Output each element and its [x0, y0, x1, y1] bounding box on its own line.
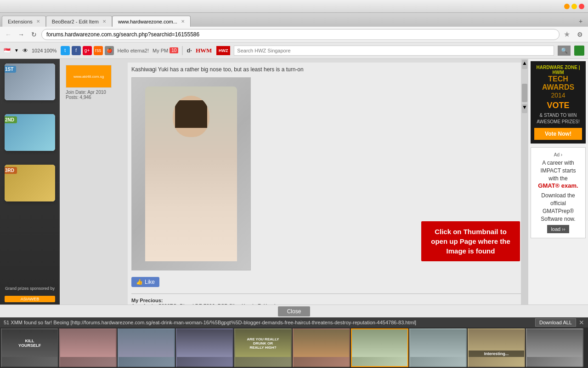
hwz-toolbar: 🇸🇬 ▼ 👁 1024 100% t f g+ rss 🍎 Hello eter… — [0, 42, 588, 59]
thumbnail-strip: KILLYOURSELF ARE YOU REALLYDRUNK ORREALL… — [0, 328, 588, 368]
rss-icon[interactable]: rss — [94, 46, 103, 55]
gmat-download-text: Download the official GMATPrep® Software… — [536, 192, 581, 223]
title-bar — [0, 0, 588, 13]
thumbs-up-icon: 👍 — [136, 279, 143, 285]
tab-hwz-label: www.hardwarezone.com... — [118, 19, 177, 24]
asiaweb-logo: ASIAWEB — [5, 296, 55, 302]
hwm-logo: HWM — [196, 47, 212, 54]
content-area: 1ST 2ND 3RD Grand prizes sponsored by AS… — [0, 59, 588, 305]
gmat-label: GMAT® exam. — [536, 182, 581, 189]
close-button[interactable]: Close — [278, 306, 311, 316]
gmat-download-btn[interactable]: load ›› — [547, 225, 569, 233]
right-sidebar: HARDWARE ZONE | HWM TECH AWARDS 2014 VOT… — [528, 59, 588, 305]
flag-dropdown[interactable]: ▼ — [14, 48, 19, 53]
tab-extensions-close[interactable]: ✕ — [36, 19, 40, 24]
thumbnail-1[interactable]: KILLYOURSELF — [1, 328, 58, 367]
post-divider — [131, 293, 521, 294]
post-text: Kashiwagi Yuki has a rather big nose too… — [131, 66, 521, 73]
thumbnail-9[interactable]: Interesting... — [468, 328, 525, 367]
tab-hardwarezone[interactable]: www.hardwarezone.com... ✕ — [112, 16, 191, 27]
thumb-3-image — [119, 329, 174, 357]
thumbnail-3[interactable] — [118, 328, 175, 367]
tooltip-overlay: Click on Thumbnail to open up Page where… — [421, 221, 520, 261]
thumb-5-text: ARE YOU REALLYDRUNK ORREALLY HIGH? — [246, 336, 280, 351]
hwz-search-btn[interactable]: 🔍 — [558, 46, 571, 56]
rank-2: 2ND — [5, 116, 17, 123]
thumbnail-8[interactable] — [409, 328, 467, 367]
facebook-icon[interactable]: f — [72, 46, 81, 55]
minimize-btn[interactable] — [564, 4, 570, 9]
address-bar[interactable] — [41, 29, 560, 40]
scroll-up-arrow[interactable]: ▲ — [522, 60, 527, 69]
reload-btn[interactable]: ↻ — [28, 29, 40, 40]
tab-beobear2[interactable]: BeoBear2 - Edit Item ✕ — [46, 16, 112, 27]
maximize-btn[interactable] — [571, 4, 577, 9]
thumb-10-image — [527, 329, 582, 357]
forward-btn[interactable]: → — [16, 29, 27, 40]
image-placeholder — [132, 78, 250, 270]
post-content: Kashiwagi Yuki has a rather big nose too… — [128, 63, 525, 305]
hwz-search-input[interactable] — [234, 46, 554, 56]
scroll-down-arrow[interactable]: ▼ — [522, 104, 527, 113]
scroll-thumb[interactable] — [522, 84, 527, 102]
tab-bar: Extensions ✕ BeoBear2 - Edit Item ✕ www.… — [0, 13, 588, 27]
thumbnail-2[interactable] — [59, 328, 117, 367]
tab-beobear2-close[interactable]: ✕ — [102, 19, 106, 24]
tech-awards-label: TECH AWARDS — [534, 75, 582, 92]
thumbnail-6[interactable] — [293, 328, 350, 367]
view-icon: 👁 — [23, 47, 28, 54]
promo-card-3[interactable]: 3RD — [5, 165, 55, 201]
like-button[interactable]: 👍 Like — [131, 277, 159, 287]
tab-hwz-close[interactable]: ✕ — [181, 19, 185, 24]
google-plus-icon[interactable]: g+ — [83, 46, 92, 55]
hwz-badge: HWZ — [216, 46, 230, 55]
promo-card-2[interactable]: 2ND — [5, 114, 55, 151]
thumb-8-image — [410, 329, 466, 357]
vote-text: VOTE — [534, 101, 582, 110]
post-image[interactable] — [131, 77, 251, 270]
user-join-date: Join Date: Apr 2010 — [66, 90, 121, 95]
rank-3: 3RD — [5, 167, 17, 174]
back-btn[interactable]: ← — [3, 29, 14, 40]
user-info: www.aki48.com.sg Join Date: Apr 2010 Pos… — [63, 63, 123, 102]
tab-extensions[interactable]: Extensions ✕ — [2, 16, 46, 27]
close-btn[interactable] — [579, 4, 584, 9]
hwz-green-btn[interactable] — [574, 46, 584, 56]
thumb-2-image — [60, 329, 116, 357]
browser-frame: Extensions ✕ BeoBear2 - Edit Item ✕ www.… — [0, 0, 588, 368]
thumb-4-image — [177, 329, 232, 357]
status-text: 51 XMM found so far! Beoing [http://foru… — [4, 320, 535, 325]
thumbnail-10[interactable] — [526, 328, 583, 367]
tab-extensions-label: Extensions — [8, 19, 33, 24]
thumbnail-4[interactable] — [176, 328, 233, 367]
my-precious: My Precious: Acer Aspire 5830TG, Diesel … — [131, 298, 521, 305]
thumb-9-text: Interesting... — [469, 351, 524, 357]
thumb-1-image: KILLYOURSELF — [2, 329, 57, 357]
twitter-icon[interactable]: t — [61, 46, 70, 55]
social-icons: t f g+ rss 🍎 — [61, 46, 114, 55]
country-flag: 🇸🇬 — [4, 47, 11, 54]
status-close-icon[interactable]: ✕ — [579, 319, 584, 326]
clubsnap-logo: d· — [187, 47, 192, 54]
nav-bar: ← → ↻ ★ ⚙ — [0, 27, 588, 42]
promo-card-1[interactable]: 1ST — [5, 63, 55, 100]
hwz-content-inner: www.aki48.com.sg Join Date: Apr 2010 Pos… — [60, 59, 528, 305]
content-scrollbar[interactable]: ▲ ▼ — [521, 59, 528, 305]
awards-year: 2014 — [534, 92, 582, 99]
download-all-btn[interactable]: Download ALL — [535, 318, 576, 327]
new-tab-btn[interactable]: + — [575, 16, 586, 27]
thumbnail-5[interactable]: ARE YOU REALLYDRUNK ORREALLY HIGH? — [234, 328, 292, 367]
extensions-btn[interactable]: ⚙ — [574, 29, 585, 40]
bookmark-star[interactable]: ★ — [561, 29, 572, 40]
figure-hair — [175, 100, 207, 128]
vote-now-btn[interactable]: Vote Now! — [534, 128, 582, 140]
thumb-9-image: Interesting... — [469, 329, 524, 357]
thumbnail-7[interactable] — [351, 328, 408, 367]
pm-badge: 10 — [170, 47, 178, 53]
apple-icon[interactable]: 🍎 — [105, 46, 114, 55]
user-avatar: www.aki48.com.sg — [66, 65, 112, 88]
left-sidebar: 1ST 2ND 3RD Grand prizes sponsored by AS… — [0, 59, 60, 305]
status-bar: 51 XMM found so far! Beoing [http://foru… — [0, 317, 588, 328]
user-post-count: Posts: 4,946 — [66, 95, 121, 100]
grand-prizes-text: Grand prizes sponsored by — [2, 286, 57, 291]
